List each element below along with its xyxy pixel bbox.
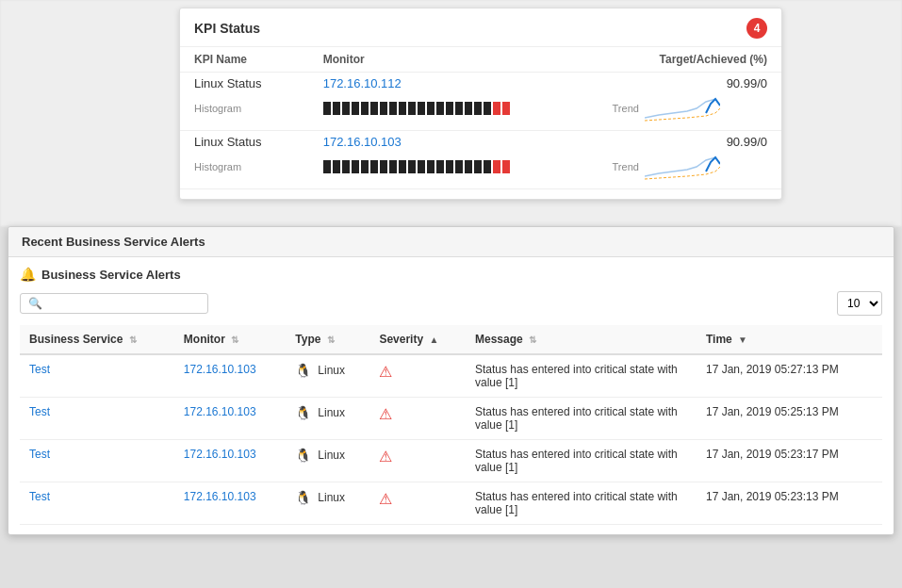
kpi-col-target: Target/Achieved (%) (599, 47, 781, 73)
monitor-link[interactable]: 172.16.10.103 (184, 405, 256, 418)
per-page-select[interactable]: 10 25 50 (837, 291, 882, 316)
business-service-link[interactable]: Test (29, 490, 50, 503)
alert-section-title: 🔔 Business Service Alerts (20, 267, 882, 282)
hist-block-dark (361, 160, 369, 173)
hist-block-dark (465, 102, 472, 115)
kpi-monitor[interactable]: 172.16.10.112 (309, 73, 599, 93)
hist-block-dark (455, 160, 463, 173)
td-monitor[interactable]: 172.16.10.103 (174, 354, 287, 398)
kpi-target: 90.99/0 (599, 131, 781, 152)
kpi-histogram-row: Histogram Trend (180, 92, 781, 131)
td-message: Status has entered into critical state w… (466, 482, 697, 525)
td-type: 🐧 Linux (286, 354, 369, 398)
td-message: Status has entered into critical state w… (466, 354, 697, 398)
td-business-service[interactable]: Test (20, 354, 174, 398)
business-service-link[interactable]: Test (29, 405, 50, 418)
alert-panel-header: Recent Business Service Alerts (8, 227, 894, 257)
type-label: Linux (318, 491, 345, 504)
kpi-row: Linux Status 172.16.10.112 90.99/0 (180, 73, 781, 93)
kpi-title: KPI Status (194, 21, 260, 36)
histogram-label: Histogram (180, 92, 309, 131)
sort-icon-business-service: ⇅ (129, 335, 137, 345)
business-service-link[interactable]: Test (29, 363, 50, 376)
trend-chart (645, 153, 720, 181)
td-monitor[interactable]: 172.16.10.103 (174, 482, 287, 525)
kpi-histogram-row: Histogram Trend (180, 151, 781, 189)
alert-panel: Recent Business Service Alerts 🔔 Busines… (8, 226, 894, 535)
hist-block-red (502, 102, 510, 115)
hist-block-red (502, 160, 510, 173)
td-type: 🐧 Linux (286, 398, 369, 440)
hist-block-dark (380, 102, 387, 115)
td-message: Status has entered into critical state w… (466, 440, 697, 482)
col-type: Type ⇅ (286, 325, 369, 354)
hist-block-dark (389, 160, 397, 173)
trend-cell: Trend (599, 151, 781, 189)
td-time: 17 Jan, 2019 05:27:13 PM (697, 354, 882, 398)
kpi-col-name: KPI Name (180, 47, 309, 73)
hist-block-dark (323, 160, 331, 173)
kpi-monitor[interactable]: 172.16.10.103 (309, 131, 599, 152)
monitor-link[interactable]: 172.16.10.103 (184, 363, 256, 376)
kpi-target: 90.99/0 (599, 73, 781, 93)
business-service-link[interactable]: Test (29, 448, 50, 461)
severity-critical-icon: ⚠ (379, 406, 392, 422)
td-severity: ⚠ (369, 482, 466, 525)
linux-icon: 🐧 (295, 405, 311, 420)
linux-icon: 🐧 (295, 363, 311, 378)
table-row: Test 172.16.10.103 🐧 Linux ⚠ Status has … (20, 482, 882, 525)
hist-block-dark (465, 160, 472, 173)
trend-chart (645, 94, 720, 122)
trend-label: Trend (613, 103, 639, 114)
td-severity: ⚠ (369, 440, 466, 482)
hist-block-dark (484, 160, 491, 173)
hist-block-dark (474, 160, 482, 173)
hist-block-dark (408, 160, 416, 173)
td-business-service[interactable]: Test (20, 398, 174, 440)
td-monitor[interactable]: 172.16.10.103 (174, 440, 287, 482)
hist-block-dark (399, 102, 406, 115)
hist-block-dark (370, 160, 378, 173)
sort-icon-message: ⇅ (529, 335, 536, 345)
td-business-service[interactable]: Test (20, 440, 174, 482)
table-row: Test 172.16.10.103 🐧 Linux ⚠ Status has … (20, 398, 882, 440)
hist-block-dark (418, 102, 425, 115)
search-box[interactable]: 🔍 (20, 293, 208, 314)
trend-cell: Trend (599, 92, 781, 131)
td-severity: ⚠ (369, 354, 466, 398)
td-time: 17 Jan, 2019 05:23:17 PM (697, 440, 882, 482)
monitor-link[interactable]: 172.16.10.103 (184, 448, 256, 461)
kpi-name: Linux Status (180, 73, 309, 93)
per-page-dropdown[interactable]: 10 25 50 (838, 292, 881, 315)
td-business-service[interactable]: Test (20, 482, 174, 525)
col-business-service: Business Service ⇅ (20, 325, 174, 354)
td-monitor[interactable]: 172.16.10.103 (174, 398, 287, 440)
sort-icon-type: ⇅ (327, 335, 335, 345)
hist-block-dark (484, 102, 491, 115)
hist-block-red (493, 102, 500, 115)
hist-block-dark (455, 102, 463, 115)
hist-block-dark (446, 102, 453, 115)
hist-block-dark (342, 102, 350, 115)
histogram-bars (309, 151, 599, 189)
hist-block-red (493, 160, 500, 173)
kpi-badge: 4 (746, 18, 767, 39)
hist-block-dark (408, 102, 416, 115)
sort-icon-monitor: ⇅ (231, 335, 238, 345)
hist-block-dark (352, 102, 359, 115)
td-time: 17 Jan, 2019 05:25:13 PM (697, 398, 882, 440)
histogram-bars (309, 92, 599, 131)
linux-icon: 🐧 (295, 448, 311, 463)
severity-critical-icon: ⚠ (379, 364, 392, 380)
table-row: Test 172.16.10.103 🐧 Linux ⚠ Status has … (20, 354, 882, 398)
hist-block-dark (389, 102, 397, 115)
hist-block-dark (352, 160, 359, 173)
col-time: Time ▼ (697, 325, 882, 354)
td-type: 🐧 Linux (286, 440, 369, 482)
hist-block-dark (333, 102, 340, 115)
hist-block-dark (333, 160, 340, 173)
monitor-link[interactable]: 172.16.10.103 (184, 490, 256, 503)
hist-block-dark (361, 102, 369, 115)
kpi-col-monitor: Monitor (309, 47, 599, 73)
search-input[interactable] (47, 297, 200, 310)
